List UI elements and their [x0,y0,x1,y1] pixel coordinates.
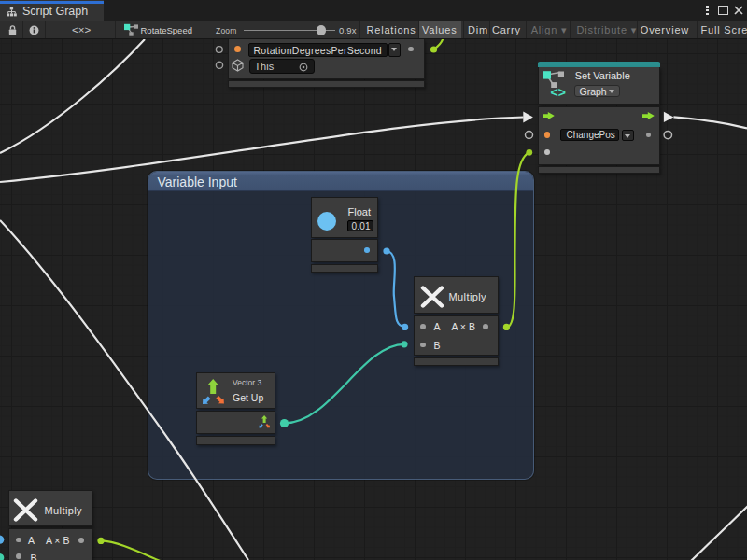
svg-text:<>: <> [551,85,566,98]
